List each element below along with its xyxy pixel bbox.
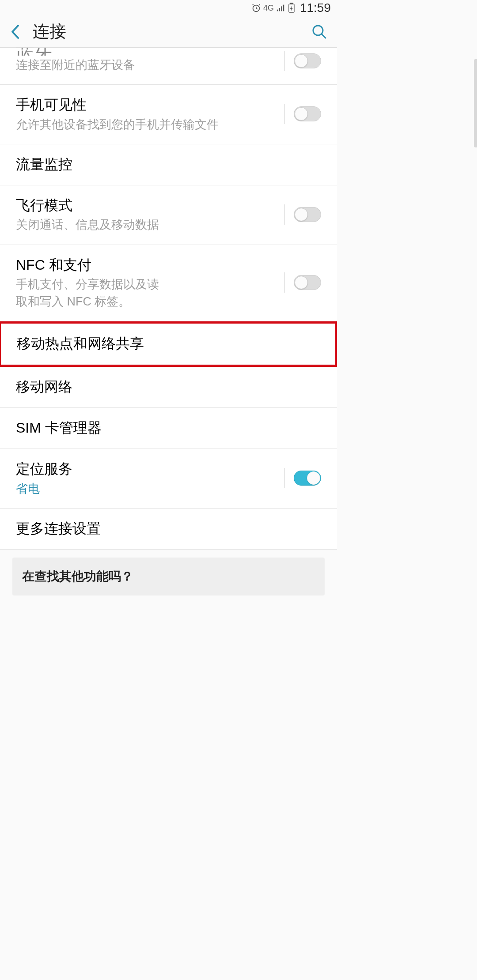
item-subtitle: 关闭通话、信息及移动数据 <box>16 216 279 234</box>
item-text: 飞行模式关闭通话、信息及移动数据 <box>16 195 279 234</box>
settings-item[interactable]: 移动热点和网络共享 <box>0 321 337 366</box>
item-title: NFC 和支付 <box>16 255 279 275</box>
item-text: 定位服务省电 <box>16 459 279 498</box>
svg-rect-6 <box>290 3 293 4</box>
item-title: 飞行模式 <box>16 195 279 215</box>
back-button[interactable] <box>10 23 21 41</box>
item-text: 蓝牙连接至附近的蓝牙设备 <box>16 48 279 74</box>
toggle-knob <box>295 107 308 121</box>
item-text: 移动热点和网络共享 <box>17 333 319 354</box>
item-title: 移动网络 <box>16 377 321 397</box>
settings-item[interactable]: 移动网络 <box>0 367 337 408</box>
item-title: 蓝牙 <box>16 48 279 56</box>
svg-rect-4 <box>283 5 284 11</box>
item-text: SIM 卡管理器 <box>16 418 321 438</box>
item-title: 手机可见性 <box>16 94 279 115</box>
settings-item[interactable]: 蓝牙连接至附近的蓝牙设备 <box>0 48 337 85</box>
toggle-switch[interactable] <box>294 106 321 121</box>
item-text: 更多连接设置 <box>16 518 321 539</box>
svg-rect-3 <box>281 6 282 11</box>
item-title: SIM 卡管理器 <box>16 418 321 438</box>
battery-icon <box>288 3 295 13</box>
toggle-divider <box>284 468 285 488</box>
svg-rect-2 <box>279 8 280 11</box>
item-subtitle: 手机支付、分享数据以及读取和写入 NFC 标签。 <box>16 276 166 310</box>
toggle-switch[interactable] <box>294 207 321 222</box>
settings-list: 蓝牙连接至附近的蓝牙设备手机可见性允许其他设备找到您的手机并传输文件流量监控飞行… <box>0 48 337 550</box>
toggle-knob <box>295 208 308 221</box>
toggle-divider <box>284 104 285 124</box>
toggle-knob <box>295 54 308 68</box>
signal-icon <box>276 3 286 13</box>
item-subtitle: 允许其他设备找到您的手机并传输文件 <box>16 116 279 133</box>
toggle-switch[interactable] <box>294 53 321 68</box>
settings-item[interactable]: 流量监控 <box>0 144 337 185</box>
settings-item[interactable]: 更多连接设置 <box>0 509 337 550</box>
toggle-divider <box>284 51 285 71</box>
item-title: 移动热点和网络共享 <box>17 333 319 354</box>
toggle-knob <box>295 276 308 289</box>
footer-prompt-text: 在查找其他功能吗？ <box>22 568 315 585</box>
item-subtitle: 省电 <box>16 480 279 498</box>
status-bar: 4G 11:59 <box>0 0 337 16</box>
settings-item[interactable]: 手机可见性允许其他设备找到您的手机并传输文件 <box>0 85 337 144</box>
item-title: 更多连接设置 <box>16 518 321 539</box>
settings-item[interactable]: 定位服务省电 <box>0 449 337 509</box>
alarm-icon <box>251 3 261 13</box>
toggle-divider <box>284 272 285 293</box>
footer-prompt-card[interactable]: 在查找其他功能吗？ <box>12 558 325 596</box>
page-title: 连接 <box>33 20 311 43</box>
clock-time: 11:59 <box>300 1 331 15</box>
toggle-switch[interactable] <box>294 471 321 486</box>
item-title: 定位服务 <box>16 459 279 479</box>
settings-item[interactable]: NFC 和支付手机支付、分享数据以及读取和写入 NFC 标签。 <box>0 245 337 322</box>
item-text: 手机可见性允许其他设备找到您的手机并传输文件 <box>16 94 279 133</box>
toggle-knob <box>307 471 320 485</box>
settings-item[interactable]: 飞行模式关闭通话、信息及移动数据 <box>0 185 337 245</box>
item-subtitle: 连接至附近的蓝牙设备 <box>16 57 279 74</box>
item-text: 流量监控 <box>16 154 321 174</box>
app-header: 连接 <box>0 16 337 48</box>
svg-point-7 <box>313 26 323 35</box>
item-text: 移动网络 <box>16 377 321 397</box>
toggle-switch[interactable] <box>294 275 321 290</box>
item-text: NFC 和支付手机支付、分享数据以及读取和写入 NFC 标签。 <box>16 255 279 311</box>
svg-rect-1 <box>277 10 278 11</box>
item-title: 流量监控 <box>16 154 321 174</box>
search-button[interactable] <box>311 24 327 40</box>
network-type-icon: 4G <box>263 4 274 12</box>
settings-item[interactable]: SIM 卡管理器 <box>0 408 337 449</box>
toggle-divider <box>284 204 285 225</box>
